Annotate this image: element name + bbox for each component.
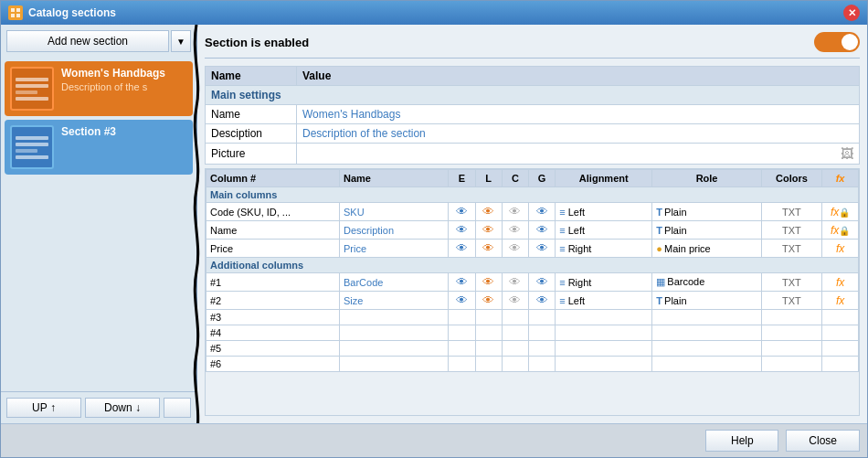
mc-name-1: Description (339, 221, 448, 240)
mc-l-2[interactable]: 👁 (475, 240, 502, 258)
ac-c-2 (502, 310, 528, 325)
eye-icon-c-0[interactable]: 👁 (509, 205, 521, 218)
fx-icon-a1[interactable]: fx (836, 294, 844, 307)
ac-fx-0[interactable]: fx (822, 273, 859, 292)
name-header: Name (206, 67, 297, 86)
ac-e-0[interactable]: 👁 (449, 273, 475, 292)
picture-icon[interactable]: 🖼 (841, 146, 853, 161)
ac-g-0[interactable]: 👁 (528, 273, 555, 292)
extra-button[interactable] (164, 398, 191, 418)
eye-icon-ag-0[interactable]: 👁 (536, 275, 548, 289)
ac-name-2[interactable] (339, 310, 448, 325)
mc-e-1[interactable]: 👁 (449, 221, 475, 240)
fx-icon-a0[interactable]: fx (836, 276, 844, 289)
ac-l-0[interactable]: 👁 (475, 273, 502, 292)
mc-g-2[interactable]: 👁 (528, 240, 555, 258)
mc-colors-1: TXT (761, 221, 821, 240)
eye-icon-g-0[interactable]: 👁 (536, 205, 548, 218)
eye-icon-l-0[interactable]: 👁 (482, 205, 494, 218)
mc-fx-0[interactable]: fx🔒 (822, 203, 859, 221)
list-icon (12, 74, 52, 104)
eye-icon-ac-0[interactable]: 👁 (509, 275, 521, 289)
title-icon (8, 5, 23, 20)
ac-l-1[interactable]: 👁 (475, 292, 502, 310)
add-section-button[interactable]: Add new section (6, 30, 169, 52)
main-col-row-sku: Code (SKU, ID, ... SKU 👁 👁 👁 👁 ≡ Left TP… (206, 203, 859, 221)
eye-icon-ac-1[interactable]: 👁 (509, 293, 521, 307)
eye-icon-ae-1[interactable]: 👁 (456, 293, 468, 307)
ac-fx-1[interactable]: fx (822, 292, 859, 310)
eye-icon-l-1[interactable]: 👁 (482, 223, 494, 237)
eye-icon-ae-0[interactable]: 👁 (456, 275, 468, 289)
title-bar-left: Catalog sections (8, 5, 116, 20)
main-settings-header: Main settings (206, 86, 860, 105)
table-row-desc: Desciption Description of the section (206, 124, 860, 144)
ac-colors-2 (761, 310, 821, 325)
mc-l-1[interactable]: 👁 (475, 221, 502, 240)
add-section-dropdown[interactable]: ▼ (171, 30, 191, 52)
section-list: Women's Handbags Description of the s (1, 58, 196, 391)
mc-fx-2[interactable]: fx (822, 240, 859, 258)
down-button[interactable]: Down ↓ (85, 398, 160, 418)
settings-table: Name Value Main settings Name Women's Ha… (205, 66, 860, 165)
eye-icon-l-2[interactable]: 👁 (482, 241, 494, 255)
help-button[interactable]: Help (705, 430, 778, 452)
mc-num-2: Price (206, 240, 340, 258)
mc-g-1[interactable]: 👁 (528, 221, 555, 240)
ac-name-0: BarCode (339, 273, 448, 292)
eye-icon-e-2[interactable]: 👁 (456, 241, 468, 255)
fx-icon-0[interactable]: fx (831, 206, 839, 218)
columns-table: Column # Name E L C G Alignment Role Col… (206, 169, 859, 372)
ac-name-input-2[interactable] (344, 312, 444, 323)
section-card-2-name: Section #3 (61, 125, 116, 138)
eye-icon-c-2[interactable]: 👁 (509, 241, 521, 255)
mc-fx-1[interactable]: fx🔒 (822, 221, 859, 240)
mc-e-2[interactable]: 👁 (449, 240, 475, 258)
section-card-2-info: Section #3 (61, 125, 116, 138)
eye-icon-c-1[interactable]: 👁 (509, 223, 521, 237)
mc-c-2[interactable]: 👁 (502, 240, 528, 258)
main-columns-header-row: Main columns (206, 187, 859, 203)
mc-num-0: Code (SKU, ID, ... (206, 203, 340, 221)
fx-icon-1[interactable]: fx (831, 224, 839, 237)
section-card-desc: Description of the s (61, 81, 165, 92)
section-card-section3[interactable]: Section #3 (5, 120, 193, 175)
eye-icon-e-1[interactable]: 👁 (456, 223, 468, 237)
eye-icon-g-1[interactable]: 👁 (536, 223, 548, 237)
eye-icon-al-0[interactable]: 👁 (482, 275, 494, 289)
ac-c-0[interactable]: 👁 (502, 273, 528, 292)
list-icon-2 (12, 133, 52, 163)
add-col-row-2[interactable]: #3 (206, 310, 859, 325)
up-button[interactable]: UP ↑ (6, 398, 81, 418)
ac-c-1[interactable]: 👁 (502, 292, 528, 310)
mc-e-0[interactable]: 👁 (449, 203, 475, 221)
ac-g-1[interactable]: 👁 (528, 292, 555, 310)
ac-align-1: ≡ Left (556, 292, 652, 310)
close-dialog-button[interactable]: ✕ (843, 5, 860, 21)
main-col-row-name: Name Description 👁 👁 👁 👁 ≡ Left TPlain T… (206, 221, 859, 240)
ac-role-2 (652, 310, 761, 325)
columns-scroll-wrapper[interactable]: Column # Name E L C G Alignment Role Col… (205, 168, 860, 416)
eye-icon-e-0[interactable]: 👁 (456, 205, 468, 218)
col-num-header: Column # (206, 170, 340, 187)
section-enabled-toggle[interactable] (814, 32, 860, 52)
mc-l-0[interactable]: 👁 (475, 203, 502, 221)
mc-g-0[interactable]: 👁 (528, 203, 555, 221)
svg-rect-0 (11, 8, 15, 12)
section-card-womens-handbags[interactable]: Women's Handbags Description of the s (5, 61, 193, 116)
mc-c-0[interactable]: 👁 (502, 203, 528, 221)
ac-fx-2 (822, 310, 859, 325)
eye-icon-g-2[interactable]: 👁 (536, 241, 548, 255)
fx-icon-2[interactable]: fx (836, 242, 844, 255)
ac-num-5: #6 (206, 357, 340, 372)
close-button[interactable]: Close (786, 430, 860, 452)
bottom-bar: Help Close (1, 423, 867, 457)
mc-num-1: Name (206, 221, 340, 240)
eye-icon-al-1[interactable]: 👁 (482, 293, 494, 307)
setting-key-name: Name (206, 105, 297, 124)
eye-icon-ag-1[interactable]: 👁 (536, 293, 548, 307)
ac-name-1: Size (339, 292, 448, 310)
mc-c-1[interactable]: 👁 (502, 221, 528, 240)
table-row-name: Name Women's Handbags (206, 105, 860, 124)
ac-e-1[interactable]: 👁 (449, 292, 475, 310)
